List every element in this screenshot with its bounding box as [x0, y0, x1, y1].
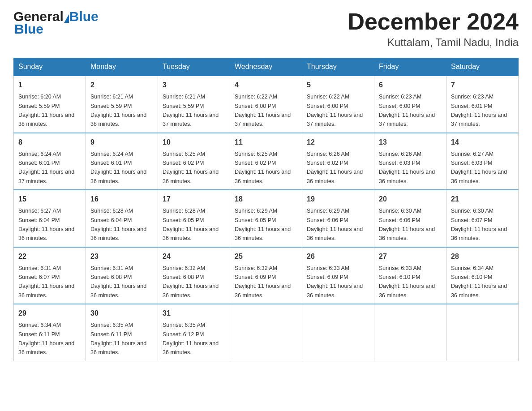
day-info: Sunrise: 6:21 AMSunset: 5:59 PMDaylight:… [90, 94, 146, 127]
calendar-week-row: 15 Sunrise: 6:27 AMSunset: 6:04 PMDaylig… [14, 190, 519, 247]
day-info: Sunrise: 6:35 AMSunset: 6:11 PMDaylight:… [90, 322, 146, 355]
calendar-day-cell: 16 Sunrise: 6:28 AMSunset: 6:04 PMDaylig… [86, 190, 158, 247]
calendar-day-cell [230, 304, 302, 361]
calendar-day-cell: 3 Sunrise: 6:21 AMSunset: 5:59 PMDayligh… [158, 76, 230, 133]
day-info: Sunrise: 6:35 AMSunset: 6:12 PMDaylight:… [163, 322, 219, 355]
calendar-day-cell: 10 Sunrise: 6:25 AMSunset: 6:02 PMDaylig… [158, 133, 230, 190]
logo: GeneralBlue Blue [13, 9, 99, 37]
day-number: 13 [379, 137, 442, 148]
month-title: December 2024 [348, 9, 519, 34]
day-info: Sunrise: 6:24 AMSunset: 6:01 PMDaylight:… [90, 151, 146, 184]
calendar-day-cell: 17 Sunrise: 6:28 AMSunset: 6:05 PMDaylig… [158, 190, 230, 247]
calendar-day-cell: 8 Sunrise: 6:24 AMSunset: 6:01 PMDayligh… [14, 133, 86, 190]
calendar-day-cell [374, 304, 446, 361]
day-number: 7 [451, 80, 514, 90]
logo-blue-text: Blue [69, 9, 99, 24]
day-number: 29 [18, 308, 81, 319]
day-number: 1 [18, 80, 81, 90]
page-header: GeneralBlue Blue December 2024 Kuttalam,… [13, 9, 519, 49]
col-sunday: Sunday [14, 58, 86, 76]
day-info: Sunrise: 6:32 AMSunset: 6:08 PMDaylight:… [163, 265, 219, 299]
col-wednesday: Wednesday [230, 58, 302, 76]
day-number: 30 [90, 308, 153, 319]
calendar-week-row: 1 Sunrise: 6:20 AMSunset: 5:59 PMDayligh… [14, 76, 519, 133]
calendar-day-cell: 31 Sunrise: 6:35 AMSunset: 6:12 PMDaylig… [158, 304, 230, 361]
day-info: Sunrise: 6:34 AMSunset: 6:10 PMDaylight:… [451, 265, 507, 299]
calendar-header-row: Sunday Monday Tuesday Wednesday Thursday… [14, 58, 519, 76]
calendar-week-row: 22 Sunrise: 6:31 AMSunset: 6:07 PMDaylig… [14, 247, 519, 304]
day-info: Sunrise: 6:34 AMSunset: 6:11 PMDaylight:… [18, 322, 74, 355]
day-number: 21 [451, 194, 514, 205]
day-number: 2 [90, 80, 153, 90]
day-info: Sunrise: 6:23 AMSunset: 6:00 PMDaylight:… [379, 94, 435, 127]
day-info: Sunrise: 6:25 AMSunset: 6:02 PMDaylight:… [163, 151, 219, 184]
day-info: Sunrise: 6:25 AMSunset: 6:02 PMDaylight:… [235, 151, 291, 184]
calendar-day-cell: 21 Sunrise: 6:30 AMSunset: 6:07 PMDaylig… [446, 190, 519, 247]
calendar-day-cell: 6 Sunrise: 6:23 AMSunset: 6:00 PMDayligh… [374, 76, 446, 133]
logo-arrow-icon [64, 14, 69, 23]
day-info: Sunrise: 6:33 AMSunset: 6:10 PMDaylight:… [379, 265, 435, 299]
day-number: 15 [18, 194, 81, 205]
calendar-day-cell [302, 304, 374, 361]
calendar-day-cell: 5 Sunrise: 6:22 AMSunset: 6:00 PMDayligh… [302, 76, 374, 133]
day-number: 12 [307, 137, 369, 148]
day-number: 6 [379, 80, 442, 90]
col-tuesday: Tuesday [158, 58, 230, 76]
calendar-day-cell: 13 Sunrise: 6:26 AMSunset: 6:03 PMDaylig… [374, 133, 446, 190]
day-info: Sunrise: 6:24 AMSunset: 6:01 PMDaylight:… [18, 151, 74, 184]
day-info: Sunrise: 6:29 AMSunset: 6:05 PMDaylight:… [235, 208, 291, 241]
calendar-table: Sunday Monday Tuesday Wednesday Thursday… [13, 58, 519, 361]
day-number: 28 [451, 251, 514, 262]
col-monday: Monday [86, 58, 158, 76]
day-number: 31 [163, 308, 225, 319]
day-info: Sunrise: 6:22 AMSunset: 6:00 PMDaylight:… [235, 94, 291, 127]
day-info: Sunrise: 6:28 AMSunset: 6:04 PMDaylight:… [90, 208, 146, 241]
day-number: 11 [235, 137, 297, 148]
day-number: 14 [451, 137, 514, 148]
col-saturday: Saturday [446, 58, 519, 76]
day-number: 26 [307, 251, 369, 262]
calendar-day-cell: 23 Sunrise: 6:31 AMSunset: 6:08 PMDaylig… [86, 247, 158, 304]
day-number: 18 [235, 194, 297, 205]
calendar-day-cell: 7 Sunrise: 6:23 AMSunset: 6:01 PMDayligh… [446, 76, 519, 133]
day-number: 27 [379, 251, 442, 262]
day-info: Sunrise: 6:27 AMSunset: 6:03 PMDaylight:… [451, 151, 507, 184]
day-info: Sunrise: 6:29 AMSunset: 6:06 PMDaylight:… [307, 208, 363, 241]
calendar-day-cell: 12 Sunrise: 6:26 AMSunset: 6:02 PMDaylig… [302, 133, 374, 190]
calendar-day-cell: 19 Sunrise: 6:29 AMSunset: 6:06 PMDaylig… [302, 190, 374, 247]
day-info: Sunrise: 6:31 AMSunset: 6:08 PMDaylight:… [90, 265, 146, 299]
calendar-week-row: 8 Sunrise: 6:24 AMSunset: 6:01 PMDayligh… [14, 133, 519, 190]
calendar-day-cell: 1 Sunrise: 6:20 AMSunset: 5:59 PMDayligh… [14, 76, 86, 133]
calendar-day-cell: 14 Sunrise: 6:27 AMSunset: 6:03 PMDaylig… [446, 133, 519, 190]
day-number: 23 [90, 251, 153, 262]
col-thursday: Thursday [302, 58, 374, 76]
logo-blue-underline: Blue [13, 21, 43, 37]
day-info: Sunrise: 6:31 AMSunset: 6:07 PMDaylight:… [18, 265, 74, 299]
calendar-day-cell: 22 Sunrise: 6:31 AMSunset: 6:07 PMDaylig… [14, 247, 86, 304]
day-info: Sunrise: 6:30 AMSunset: 6:06 PMDaylight:… [379, 208, 435, 241]
calendar-day-cell [446, 304, 519, 361]
day-number: 9 [90, 137, 153, 148]
day-info: Sunrise: 6:28 AMSunset: 6:05 PMDaylight:… [163, 208, 219, 241]
day-number: 10 [163, 137, 225, 148]
day-info: Sunrise: 6:32 AMSunset: 6:09 PMDaylight:… [235, 265, 291, 299]
calendar-day-cell: 29 Sunrise: 6:34 AMSunset: 6:11 PMDaylig… [14, 304, 86, 361]
day-info: Sunrise: 6:20 AMSunset: 5:59 PMDaylight:… [18, 94, 74, 127]
day-info: Sunrise: 6:33 AMSunset: 6:09 PMDaylight:… [307, 265, 363, 299]
calendar-day-cell: 11 Sunrise: 6:25 AMSunset: 6:02 PMDaylig… [230, 133, 302, 190]
calendar-day-cell: 24 Sunrise: 6:32 AMSunset: 6:08 PMDaylig… [158, 247, 230, 304]
day-number: 16 [90, 194, 153, 205]
day-number: 5 [307, 80, 369, 90]
calendar-day-cell: 15 Sunrise: 6:27 AMSunset: 6:04 PMDaylig… [14, 190, 86, 247]
location-title: Kuttalam, Tamil Nadu, India [348, 36, 519, 49]
calendar-day-cell: 2 Sunrise: 6:21 AMSunset: 5:59 PMDayligh… [86, 76, 158, 133]
calendar-day-cell: 4 Sunrise: 6:22 AMSunset: 6:00 PMDayligh… [230, 76, 302, 133]
day-number: 3 [163, 80, 225, 90]
day-info: Sunrise: 6:27 AMSunset: 6:04 PMDaylight:… [18, 208, 74, 241]
calendar-day-cell: 18 Sunrise: 6:29 AMSunset: 6:05 PMDaylig… [230, 190, 302, 247]
calendar-day-cell: 27 Sunrise: 6:33 AMSunset: 6:10 PMDaylig… [374, 247, 446, 304]
col-friday: Friday [374, 58, 446, 76]
calendar-day-cell: 26 Sunrise: 6:33 AMSunset: 6:09 PMDaylig… [302, 247, 374, 304]
day-number: 17 [163, 194, 225, 205]
day-number: 20 [379, 194, 442, 205]
